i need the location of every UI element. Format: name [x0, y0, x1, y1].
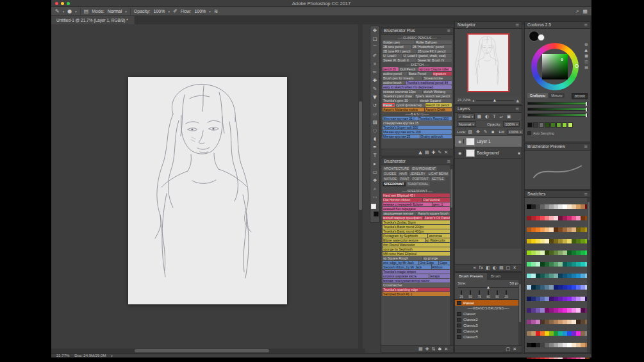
settings-icon[interactable]: ✱ [438, 347, 442, 352]
delete-brush-icon[interactable]: ✕ [444, 150, 448, 155]
swatch[interactable] [581, 331, 585, 336]
recent-color-swatch[interactable] [556, 122, 561, 128]
filter-pixel-icon[interactable]: ▦ [477, 114, 481, 119]
brush-button[interactable]: pencil 2b [383, 67, 399, 71]
move-tool[interactable]: ✥ [370, 26, 379, 35]
swatch[interactable] [527, 285, 531, 290]
swatch[interactable] [563, 274, 567, 278]
slider-red[interactable] [527, 102, 588, 105]
swatch[interactable] [563, 216, 567, 220]
swatch[interactable] [549, 274, 554, 278]
swatch[interactable] [558, 297, 563, 301]
folder-icon[interactable]: ▤ [425, 150, 429, 155]
swatch[interactable] [572, 331, 576, 336]
canvas-vertical-scrollbar[interactable] [358, 24, 363, 353]
filter-shape-icon[interactable]: ▱ [499, 114, 502, 119]
swatch[interactable] [576, 262, 581, 267]
brush-button[interactable]: Tsvetka's Basic round 400px [383, 229, 452, 233]
layer-name[interactable]: Layer 1 [477, 139, 491, 144]
swatch[interactable] [536, 274, 540, 278]
brush-tip-preview[interactable]: 75 [475, 290, 483, 299]
brush-button[interactable]: outline pencil [383, 72, 408, 76]
swatch[interactable] [567, 274, 572, 278]
swatch[interactable] [549, 331, 554, 336]
brush-button[interactable]: Brush pen for linearts [383, 76, 422, 80]
brush-tip-preview[interactable]: 25 [502, 290, 510, 299]
brush-preset-picker-icon[interactable]: ● [67, 8, 72, 14]
opacity-caret-icon[interactable]: ▾ [168, 10, 170, 13]
swatch[interactable] [581, 320, 585, 324]
brush-button[interactable]: One Edge [419, 261, 438, 265]
brush-button[interactable]: Smear/stroke [423, 76, 452, 80]
brush-button[interactable]: Tsvetka's Zodiac Signs [383, 220, 452, 224]
swatch[interactable] [527, 262, 531, 267]
new-preset-icon[interactable]: ▢ [506, 347, 511, 352]
brush-button[interactable]: защищенная мягкая [383, 211, 417, 215]
swatch[interactable] [576, 297, 581, 301]
swatch[interactable] [549, 227, 554, 232]
swatch[interactable] [545, 262, 549, 267]
brush-button[interactable]: Flat Vertical [423, 198, 452, 202]
brush-button[interactable]: gem_1 [433, 202, 452, 206]
brush-button[interactable]: нежная кисточка 10px [383, 90, 422, 94]
background-color-swatch[interactable] [374, 211, 379, 217]
square-mode-icon[interactable]: ▦ [584, 53, 588, 58]
recent-color-swatch[interactable] [533, 122, 538, 128]
swatch[interactable] [540, 262, 545, 267]
brush-tip-preview[interactable]: 50 [466, 290, 474, 299]
swatch[interactable] [531, 227, 536, 232]
sync-icon[interactable]: ⇅ [431, 347, 435, 352]
brush-button[interactable]: sp Watercolor [425, 238, 452, 242]
blur-tool[interactable]: ◌ [370, 126, 379, 135]
brush-button[interactable]: sponge by Sephiroth [383, 247, 452, 251]
swatch[interactable] [545, 216, 549, 220]
brush-button[interactable]: Aaron's Chalk [425, 108, 452, 111]
panel-menu-icon[interactable]: ≡ [515, 22, 519, 28]
swatch[interactable] [554, 251, 558, 255]
swatch[interactable] [563, 285, 567, 290]
swatch[interactable] [540, 227, 545, 232]
edit-toolbar-icon[interactable]: ⋯ [370, 193, 379, 201]
swatch[interactable] [540, 320, 545, 324]
swatch[interactable] [581, 343, 585, 347]
toggle-brush-panel-icon[interactable]: ▤ [84, 8, 89, 14]
brush-button[interactable]: Мягкая круглая 25 [383, 135, 420, 138]
category-environment[interactable]: ENVIRONMENT [411, 167, 437, 171]
foreground-background-colors[interactable] [370, 203, 379, 217]
swatch[interactable] [558, 320, 563, 324]
swatch[interactable] [563, 297, 567, 301]
navigator-thumbnail[interactable] [468, 35, 508, 91]
coolorus-background-swatch[interactable] [538, 34, 545, 41]
filter-type-icon[interactable]: T [493, 114, 495, 119]
swatch[interactable] [572, 274, 576, 278]
swatch[interactable] [540, 331, 545, 336]
swatch[interactable] [554, 274, 558, 278]
pressure-opacity-icon[interactable]: ✐ [173, 8, 178, 14]
swatch[interactable] [558, 331, 563, 336]
swatch[interactable] [576, 227, 581, 232]
swatch[interactable] [572, 320, 576, 324]
swatch[interactable] [563, 343, 567, 347]
panel-scrollbar[interactable] [518, 280, 522, 352]
swatch[interactable] [527, 239, 531, 243]
swatch[interactable] [536, 204, 540, 209]
flow-caret-icon[interactable]: ▾ [209, 10, 211, 13]
hue-marker[interactable] [575, 64, 579, 68]
link-layers-icon[interactable]: ∞ [473, 265, 477, 270]
swatch[interactable] [536, 331, 540, 336]
panel-menu-icon[interactable]: ≡ [447, 158, 450, 165]
brush-button[interactable]: Swoosh ribbon_by Mr Jack [383, 265, 431, 269]
brush-button[interactable]: Tsvetka's Basic round 200px [383, 225, 452, 229]
swatch[interactable] [536, 297, 540, 301]
swatch[interactable] [545, 227, 549, 232]
brush-tip-preview[interactable]: 80 [484, 290, 492, 299]
swatch[interactable] [527, 274, 531, 278]
lock-transparency-icon[interactable]: ▨ [468, 129, 472, 135]
swatch[interactable] [567, 251, 572, 255]
swatch[interactable] [549, 262, 554, 267]
preset-row[interactable]: Classic3 [455, 322, 522, 328]
quick-selection-tool[interactable]: ✐ [370, 51, 379, 60]
path-selection-tool[interactable]: ▸ [370, 160, 379, 168]
brush-button[interactable]: Tsvetka's traditional pencil 84 [406, 81, 452, 85]
swatch[interactable] [540, 285, 545, 290]
